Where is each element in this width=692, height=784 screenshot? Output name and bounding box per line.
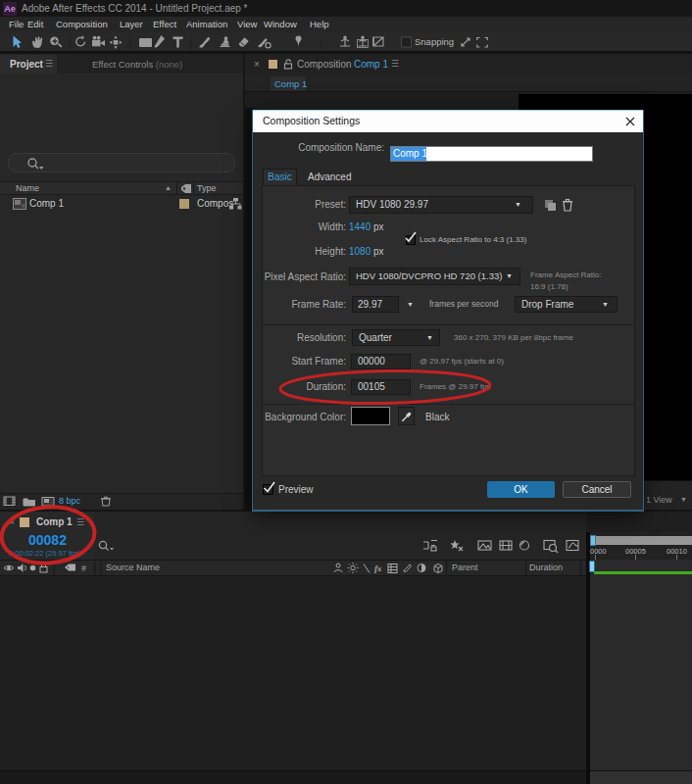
svg-text:#: # [81,564,86,573]
svg-text:fx: fx [374,564,382,573]
